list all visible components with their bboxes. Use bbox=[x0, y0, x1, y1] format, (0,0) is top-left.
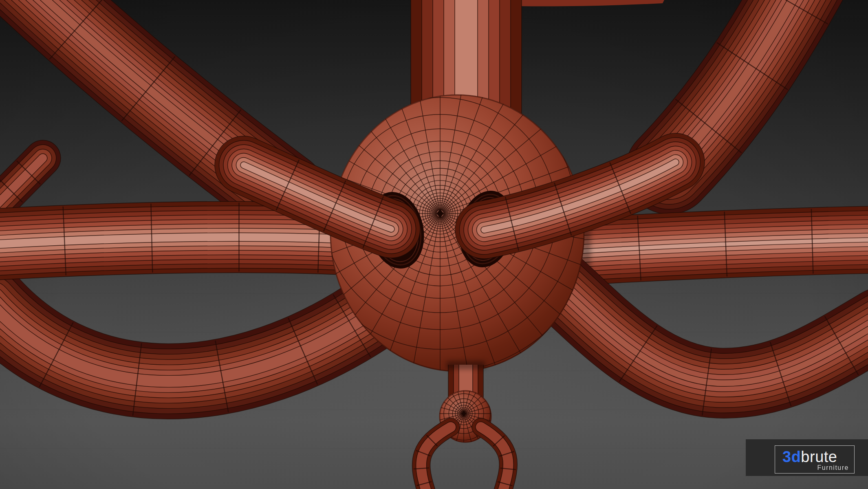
watermark-band: 3dbrute Furniture bbox=[746, 439, 868, 476]
brand-suffix: brute bbox=[801, 448, 837, 465]
sphere-shadow-on-neck bbox=[447, 361, 485, 369]
watermark-box: 3dbrute Furniture bbox=[775, 445, 855, 474]
render-3d-chandelier bbox=[0, 0, 868, 489]
brand-tagline: Furniture bbox=[817, 465, 849, 471]
brand-text: 3dbrute bbox=[782, 449, 837, 465]
brand-prefix: 3d bbox=[782, 448, 801, 465]
viewport-3d: 3dbrute Furniture bbox=[0, 0, 868, 489]
